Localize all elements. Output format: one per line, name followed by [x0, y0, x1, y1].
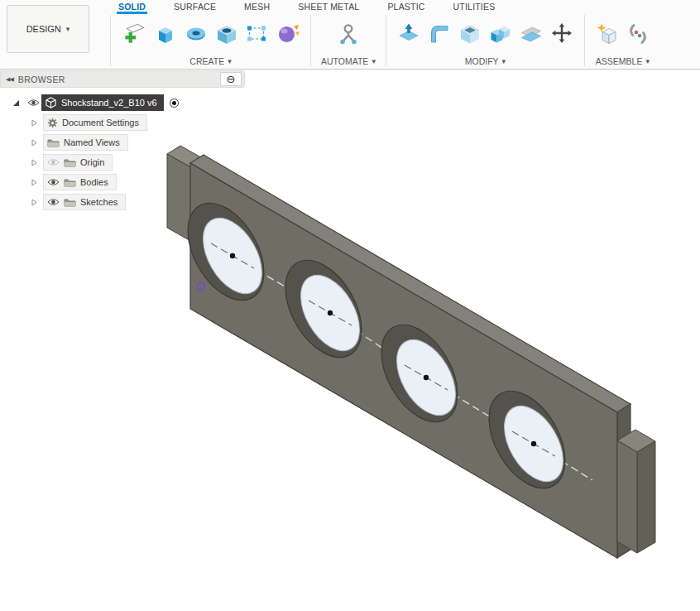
folder-icon: [64, 198, 76, 207]
design-menu-button[interactable]: DESIGN ▾: [7, 5, 89, 53]
shell-icon[interactable]: [458, 22, 482, 46]
browser-row-origin[interactable]: Origin: [0, 152, 245, 172]
component-icon: [46, 97, 56, 108]
root-component-chip[interactable]: Shockstand_v2_B10 v6: [41, 94, 164, 111]
create-dropdown[interactable]: CREATE ▾: [189, 55, 231, 66]
row-label: Named Views: [64, 137, 120, 147]
group-create: CREATE ▾: [112, 12, 309, 69]
group-automate: AUTOMATE ▾: [312, 12, 385, 69]
rectangular-pattern-icon[interactable]: [245, 22, 270, 46]
move-copy-icon[interactable]: [549, 22, 574, 46]
folder-icon: [47, 138, 60, 147]
model-right-tab[interactable]: [617, 430, 655, 553]
automate-dropdown[interactable]: AUTOMATE ▾: [321, 55, 376, 66]
expand-arrow-icon[interactable]: [25, 199, 43, 206]
browser-header: ◀◀ BROWSER ⊖: [0, 70, 245, 88]
joint-icon[interactable]: [626, 22, 650, 46]
ribbon-groups: CREATE ▾ AUTOMATE ▾: [109, 12, 698, 69]
minimize-browser-button[interactable]: ⊖: [220, 72, 242, 86]
design-menu-label: DESIGN: [26, 24, 61, 34]
expand-arrow-icon[interactable]: [7, 99, 25, 107]
new-component-icon[interactable]: [595, 22, 620, 46]
create-sketch-icon[interactable]: [121, 21, 147, 47]
modify-dropdown[interactable]: MODIFY ▾: [465, 55, 506, 66]
row-label: Sketches: [80, 197, 117, 207]
browser-title: BROWSER: [18, 75, 220, 84]
create-form-icon[interactable]: [276, 22, 300, 46]
chevron-down-icon: ▾: [645, 58, 650, 65]
collapse-panel-icon[interactable]: ◀◀: [6, 76, 13, 83]
visibility-eye-icon[interactable]: [47, 198, 60, 206]
chevron-down-icon: ▾: [66, 26, 70, 33]
row-label: Origin: [80, 157, 104, 167]
press-pull-icon[interactable]: [396, 22, 421, 46]
expand-arrow-icon[interactable]: [25, 179, 43, 186]
visibility-eye-off-icon[interactable]: [47, 158, 60, 166]
gear-icon: [47, 118, 58, 128]
folder-icon: [64, 178, 76, 187]
browser-row-document-settings[interactable]: Document Settings: [0, 113, 245, 132]
expand-arrow-icon[interactable]: [25, 159, 43, 166]
divider: [310, 15, 311, 66]
chevron-down-icon: ▾: [502, 58, 506, 65]
expand-arrow-icon[interactable]: [25, 119, 43, 127]
divider: [110, 15, 111, 66]
browser-row-bodies[interactable]: Bodies: [0, 172, 245, 192]
expand-arrow-icon[interactable]: [25, 139, 43, 147]
divider: [584, 15, 585, 66]
toolbar: DESIGN ▾ SOLID SURFACE MESH SHEET METAL …: [0, 0, 700, 70]
fillet-icon[interactable]: [427, 22, 452, 46]
activate-component-radio[interactable]: [170, 99, 179, 108]
browser-panel: ◀◀ BROWSER ⊖ Shockstand_v2_B10 v6: [0, 70, 245, 212]
visibility-eye-icon[interactable]: [47, 178, 60, 186]
browser-row-named-views[interactable]: Named Views: [0, 132, 245, 152]
chevron-down-icon: ▾: [228, 58, 232, 65]
combine-icon[interactable]: [488, 22, 513, 46]
revolve-icon[interactable]: [184, 22, 209, 46]
divider: [386, 15, 386, 66]
offset-face-icon[interactable]: [519, 22, 544, 46]
row-label: Bodies: [80, 177, 108, 187]
group-modify: MODIFY ▾: [387, 12, 583, 69]
row-label: Document Settings: [62, 118, 139, 127]
assemble-dropdown[interactable]: ASSEMBLE ▾: [596, 55, 650, 66]
chevron-down-icon: ▾: [372, 58, 376, 65]
hole-icon[interactable]: [214, 22, 239, 46]
group-assemble: ASSEMBLE ▾: [586, 12, 659, 69]
browser-tree: Shockstand_v2_B10 v6 Document Settings: [0, 88, 245, 212]
extrude-icon[interactable]: [153, 22, 178, 46]
folder-icon: [64, 158, 76, 167]
browser-row-sketches[interactable]: Sketches: [0, 192, 245, 212]
visibility-eye-icon[interactable]: [25, 99, 41, 107]
root-component-name: Shockstand_v2_B10 v6: [61, 98, 157, 108]
fusion360-window: DESIGN ▾ SOLID SURFACE MESH SHEET METAL …: [0, 0, 700, 611]
automate-icon[interactable]: [334, 21, 362, 47]
browser-root-row[interactable]: Shockstand_v2_B10 v6: [0, 93, 245, 113]
